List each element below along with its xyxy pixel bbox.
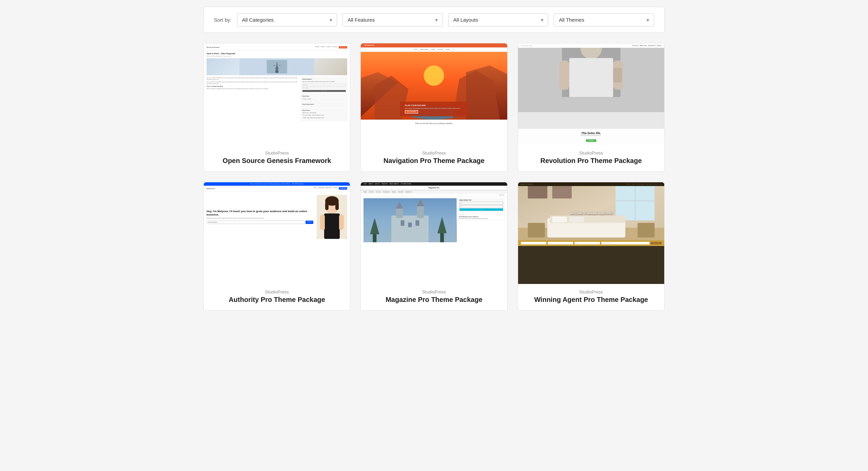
theme-preview-authority-pro: Check out my fresh new course on buildin… (204, 182, 350, 284)
svg-rect-53 (552, 186, 572, 199)
theme-card-revolution-pro[interactable]: r|volution OUR STORY TRAVEL NOTES ADVENT… (518, 43, 665, 172)
layouts-select-wrapper: All Layouts 1 Column 2 Columns 3 Columns… (448, 13, 549, 26)
theme-card-authority-pro[interactable]: Check out my fresh new course on buildin… (203, 182, 350, 311)
theme-card-magazine-pro[interactable]: HOMESAMPLELAYOUTSTEMPLATES PAGES EXAMPLE… (360, 182, 507, 311)
theme-name-revolution-pro: Revolution Pro Theme Package (525, 157, 657, 165)
svg-rect-38 (417, 206, 424, 218)
theme-name-authority-pro: Authority Pro Theme Package (211, 296, 343, 304)
svg-point-8 (424, 65, 444, 86)
svg-rect-60 (569, 217, 584, 222)
svg-rect-24 (613, 68, 622, 82)
svg-rect-42 (416, 220, 419, 226)
sort-label: Sort by: (214, 17, 232, 23)
theme-info-navigation-pro: StudioPress Navigation Pro Theme Package (361, 145, 507, 171)
layouts-select[interactable]: All Layouts 1 Column 2 Columns 3 Columns… (448, 13, 549, 26)
svg-rect-6 (279, 65, 280, 66)
theme-card-genesis[interactable]: Genesis Framework SampleFeaturesLayoutsO… (203, 43, 350, 172)
svg-rect-37 (396, 209, 403, 218)
svg-rect-34 (339, 227, 343, 230)
svg-rect-30 (324, 213, 340, 239)
theme-name-genesis: Open Source Genesis Framework (211, 157, 343, 165)
svg-rect-61 (528, 223, 545, 238)
svg-rect-22 (559, 60, 569, 89)
svg-rect-33 (321, 227, 325, 230)
theme-card-wa-estate[interactable]: WAESTATE SAMPLESCOLORSTHEME FEATURESIDX … (518, 182, 665, 311)
svg-rect-29 (335, 202, 339, 210)
svg-rect-4 (275, 68, 279, 68)
sort-bar: Sort by: All Categories Blog Business eC… (203, 7, 665, 33)
theme-name-magazine-pro: Magazine Pro Theme Package (368, 296, 500, 304)
theme-name-wa-estate: Winning Agent Pro Theme Package (525, 296, 657, 304)
page-wrapper: Sort by: All Categories Blog Business eC… (190, 0, 678, 324)
theme-info-revolution-pro: StudioPress Revolution Pro Theme Package (518, 145, 664, 171)
theme-brand-genesis: StudioPress (211, 150, 343, 156)
theme-preview-revolution-pro: r|volution OUR STORY TRAVEL NOTES ADVENT… (518, 43, 664, 145)
theme-brand-magazine-pro: StudioPress (368, 289, 500, 294)
svg-rect-52 (528, 186, 547, 199)
svg-rect-62 (637, 223, 654, 238)
svg-rect-3 (276, 71, 278, 73)
features-select[interactable]: All Features WooCommerce Page Builder RT… (342, 13, 443, 26)
themes-select-wrapper: All Themes Free Premium Genesis Framewor… (554, 13, 654, 26)
svg-rect-21 (569, 58, 613, 97)
svg-rect-5 (274, 65, 275, 66)
svg-rect-59 (552, 217, 567, 222)
themes-grid: Genesis Framework SampleFeaturesLayoutsO… (203, 43, 665, 311)
theme-info-genesis: StudioPress Open Source Genesis Framewor… (204, 145, 350, 171)
theme-preview-navigation-pro: NAVIGATION PRO Home Page Examples Sample… (361, 43, 507, 145)
theme-brand-revolution-pro: StudioPress (525, 150, 657, 156)
theme-card-navigation-pro[interactable]: NAVIGATION PRO Home Page Examples Sample… (360, 43, 507, 172)
features-select-wrapper: All Features WooCommerce Page Builder RT… (342, 13, 443, 26)
themes-select[interactable]: All Themes Free Premium Genesis Framewor… (554, 13, 654, 26)
theme-brand-wa-estate: StudioPress (525, 289, 657, 294)
categories-select[interactable]: All Categories Blog Business eCommerce P… (237, 13, 337, 26)
theme-info-authority-pro: StudioPress Authority Pro Theme Package (204, 284, 350, 310)
theme-preview-genesis: Genesis Framework SampleFeaturesLayoutsO… (204, 43, 350, 145)
theme-preview-magazine-pro: HOMESAMPLELAYOUTSTEMPLATES PAGES EXAMPLE… (361, 182, 507, 284)
theme-preview-wa-estate: WAESTATE SAMPLESCOLORSTHEME FEATURESIDX … (518, 182, 664, 284)
theme-info-magazine-pro: StudioPress Magazine Pro Theme Package (361, 284, 507, 310)
svg-rect-41 (401, 220, 405, 226)
svg-rect-36 (392, 216, 429, 242)
categories-select-wrapper: All Categories Blog Business eCommerce P… (237, 13, 337, 26)
theme-name-navigation-pro: Navigation Pro Theme Package (368, 157, 500, 165)
theme-info-wa-estate: StudioPress Winning Agent Pro Theme Pack… (518, 284, 664, 310)
theme-brand-navigation-pro: StudioPress (368, 150, 500, 156)
theme-brand-authority-pro: StudioPress (211, 289, 343, 294)
svg-rect-43 (408, 223, 412, 227)
svg-rect-28 (325, 202, 329, 210)
